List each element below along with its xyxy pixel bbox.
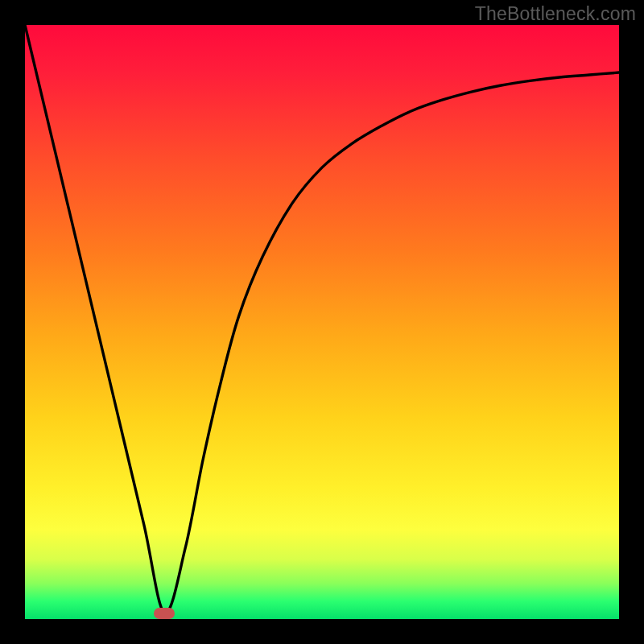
chart-frame: TheBottleneck.com [0, 0, 644, 644]
curve-layer [25, 25, 619, 619]
watermark-text: TheBottleneck.com [475, 3, 636, 25]
minimum-marker [154, 608, 175, 619]
bottleneck-curve [25, 25, 619, 613]
plot-area [25, 25, 619, 619]
